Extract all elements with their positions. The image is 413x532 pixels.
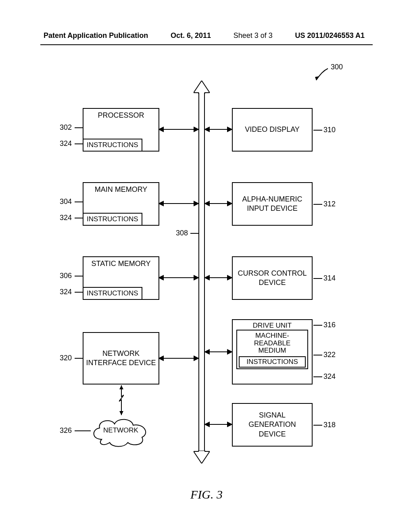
network-label: NETWORK [90,426,152,434]
leader-300 [314,66,330,83]
tick [75,292,83,293]
arrow-head-icon [204,201,210,206]
ref-310: 310 [323,126,336,134]
arrow-head-icon [227,422,233,427]
tick [75,218,83,218]
static-memory-block: STATIC MEMORY INSTRUCTIONS [83,256,159,300]
tick [313,204,322,205]
cursor-control-block: CURSOR CONTROL DEVICE [232,256,313,300]
tick [75,358,83,359]
system-diagram: 300 308 PROCESSOR INSTRUCTIONS MAIN MEMO… [52,64,367,484]
processor-instructions: INSTRUCTIONS [83,139,142,152]
system-bus [194,81,210,463]
static-memory-instructions: INSTRUCTIONS [83,287,142,300]
header-rule [40,44,373,45]
arrow-head-icon [204,275,210,281]
header-docnum: US 2011/0246553 A1 [295,31,365,40]
arrow-head-icon [194,127,199,132]
svg-marker-1 [194,81,210,94]
tick [313,130,322,131]
ref-302: 302 [60,123,72,132]
arrow-head-icon [227,127,233,132]
network-interface-label: NETWORK INTERFACE DEVICE [83,347,159,370]
svg-marker-0 [315,76,319,80]
cursor-control-label: CURSOR CONTROL DEVICE [233,266,312,290]
arrow-head-icon [158,201,164,206]
alpha-numeric-label: ALPHA-NUMERIC INPUT DEVICE [233,192,312,216]
ref-324-stat: 324 [60,288,72,296]
tick [313,325,322,326]
arrow-proc-bus [159,129,198,130]
header-publication: Patent Application Publication [44,31,148,40]
video-display-label: VIDEO DISPLAY [243,122,301,137]
svg-marker-4 [119,385,123,389]
arrow-head-icon [158,127,164,132]
tick [75,276,83,276]
ref-304: 304 [60,197,72,206]
processor-block: PROCESSOR INSTRUCTIONS [83,108,159,152]
main-memory-instructions: INSTRUCTIONS [83,213,142,226]
tick [313,425,322,426]
arrow-statmem-bus [159,277,198,278]
drive-unit-block: DRIVE UNIT MACHINE- READABLE MEDIUM INST… [232,319,313,384]
arrow-head-icon [227,349,233,355]
arrow-head-icon [158,275,164,281]
tick [75,202,83,202]
ref-314: 314 [323,274,336,283]
arrow-head-icon [194,355,199,361]
drive-unit-label: DRIVE UNIT [253,322,292,330]
tick [75,430,91,431]
machine-readable-medium-block: MACHINE- READABLE MEDIUM INSTRUCTIONS [236,330,308,369]
arrow-net-bus [159,358,198,359]
ref-324-main: 324 [60,214,72,222]
processor-label: PROCESSOR [96,109,146,122]
arrow-head-icon [227,201,233,206]
ref-312: 312 [323,200,336,208]
tick [75,143,83,144]
arrow-head-icon [194,275,199,281]
ref-316: 316 [323,321,336,329]
arrow-mainmem-bus [159,203,198,204]
ref-322: 322 [323,351,336,359]
arrow-head-icon [204,127,210,132]
header-date: Oct. 6, 2011 [171,31,211,40]
network-interface-block: NETWORK INTERFACE DEVICE [83,332,159,384]
ref-326: 326 [60,426,72,435]
video-display-block: VIDEO DISPLAY [232,108,313,152]
figure-caption: FIG. 3 [0,488,413,501]
tick [313,278,322,279]
ref-308: 308 [176,229,188,237]
ref-300: 300 [331,63,343,71]
main-memory-label: MAIN MEMORY [93,183,149,196]
arrow-head-icon [227,275,233,281]
ref-324-drive: 324 [323,372,336,381]
ref-324-proc: 324 [60,139,72,148]
static-memory-label: STATIC MEMORY [90,257,152,270]
ref-306: 306 [60,272,72,280]
svg-marker-3 [119,411,123,415]
drive-instructions: INSTRUCTIONS [239,356,306,368]
bus-arrow-up-icon [194,81,210,94]
arrow-head-icon [204,422,210,427]
tick [313,376,322,377]
signal-generation-label: SIGNAL GENERATION DEVICE [233,408,312,441]
main-memory-block: MAIN MEMORY INSTRUCTIONS [83,182,159,226]
arrow-head-icon [194,201,199,206]
network-cloud: NETWORK [90,415,152,447]
header-sheet: Sheet 3 of 3 [234,31,273,40]
network-link-zigzag-icon [119,385,124,415]
arrow-head-icon [204,349,210,355]
tick [75,127,83,128]
ref-320: 320 [60,354,72,362]
arrow-head-icon [158,355,164,361]
svg-marker-2 [194,451,210,463]
alpha-numeric-block: ALPHA-NUMERIC INPUT DEVICE [232,182,313,226]
mrm-label: MACHINE- READABLE MEDIUM [254,332,291,355]
tick-308 [190,233,199,234]
bus-arrow-down-icon [194,451,210,463]
page-header: Patent Application Publication Oct. 6, 2… [0,31,413,40]
ref-318: 318 [323,421,336,429]
tick [313,355,322,355]
signal-generation-block: SIGNAL GENERATION DEVICE [232,403,313,447]
